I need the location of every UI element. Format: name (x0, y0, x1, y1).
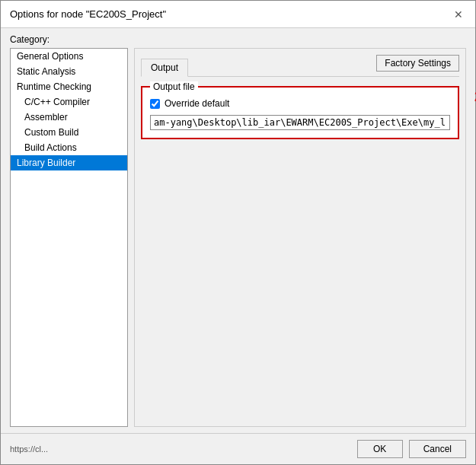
sidebar-item-library-builder[interactable]: Library Builder (11, 155, 127, 170)
sidebar-item-assembler[interactable]: Assembler (11, 110, 127, 125)
dialog-body: Category: General Options Static Analysi… (1, 28, 475, 433)
file-path-row (150, 115, 450, 130)
override-label: Override default (165, 98, 229, 109)
override-row: Override default (150, 98, 450, 109)
dialog-title: Options for node "EC200S_Project" (10, 8, 166, 20)
sidebar-item-general-options[interactable]: General Options (11, 49, 127, 64)
dialog-footer: https://cl... OK Cancel (1, 433, 475, 464)
output-file-legend: Output file (150, 81, 198, 92)
output-file-wrapper: Output file Override default 2 (141, 83, 459, 139)
sidebar-item-build-actions[interactable]: Build Actions (11, 140, 127, 155)
category-list: General Options Static Analysis Runtime … (10, 48, 128, 427)
sidebar-item-static-analysis[interactable]: Static Analysis (11, 64, 127, 79)
tab-output[interactable]: Output (141, 59, 188, 77)
file-path-input[interactable] (150, 115, 450, 130)
close-button[interactable]: ✕ (451, 7, 466, 22)
factory-settings-button[interactable]: Factory Settings (376, 55, 459, 72)
sidebar-item-custom-build[interactable]: Custom Build (11, 125, 127, 140)
output-file-group: Output file Override default (141, 86, 459, 139)
cancel-button[interactable]: Cancel (409, 440, 466, 458)
main-area: General Options Static Analysis Runtime … (10, 48, 466, 427)
sidebar-item-c-cpp-compiler[interactable]: C/C++ Compiler (11, 94, 127, 110)
override-checkbox[interactable] (150, 99, 160, 109)
content-panel: Factory Settings Output Output file Over… (134, 48, 466, 427)
category-label: Category: (10, 34, 466, 45)
title-bar: Options for node "EC200S_Project" ✕ (1, 1, 475, 28)
dialog: Options for node "EC200S_Project" ✕ Cate… (0, 0, 476, 465)
footer-url: https://cl... (10, 444, 48, 454)
sidebar-item-runtime-checking[interactable]: Runtime Checking (11, 79, 127, 94)
ok-button[interactable]: OK (357, 440, 403, 458)
